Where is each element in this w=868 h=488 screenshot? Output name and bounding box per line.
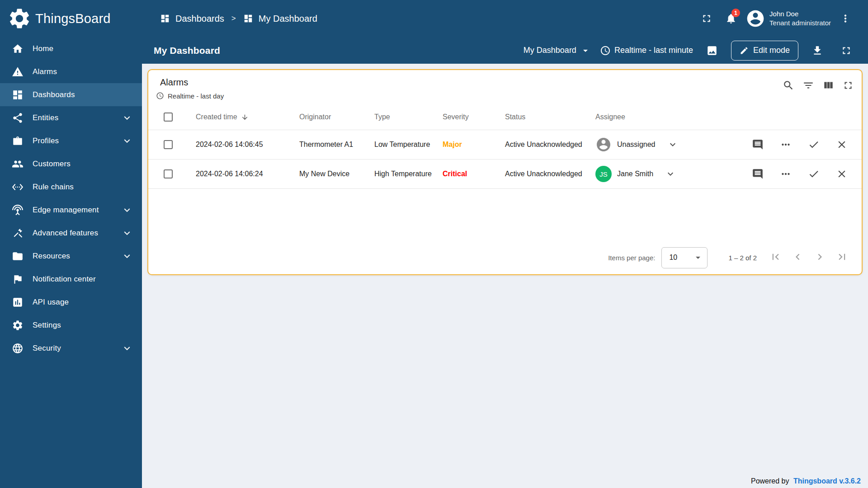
cell-type: Low Temperature xyxy=(374,141,443,149)
entities-icon xyxy=(12,112,24,124)
page-size-value: 10 xyxy=(669,253,677,262)
sidebar-item-alarms[interactable]: Alarms xyxy=(0,60,142,83)
chevron-down-icon xyxy=(121,227,133,239)
column-header-originator[interactable]: Originator xyxy=(299,113,374,121)
chevron-down-icon[interactable] xyxy=(665,169,676,179)
dashboard-toolbar: My Dashboard My Dashboard Realtime - las… xyxy=(142,37,868,64)
sidebar-item-dashboards[interactable]: Dashboards xyxy=(0,83,142,106)
columns-icon xyxy=(822,80,834,91)
check-icon xyxy=(808,168,820,180)
dashboard-select-value: My Dashboard xyxy=(524,46,576,55)
alarm-clear-button[interactable] xyxy=(836,139,848,150)
download-button[interactable] xyxy=(807,41,827,61)
breadcrumb-separator: > xyxy=(231,14,236,23)
kebab-menu-icon xyxy=(840,13,851,24)
alarms-widget: Alarms Realtime - last day xyxy=(147,69,863,275)
alarms-search-button[interactable] xyxy=(782,79,795,92)
sidebar-item-notification-center[interactable]: Notification center xyxy=(0,267,142,291)
column-header-severity[interactable]: Severity xyxy=(443,113,505,121)
sidebar-item-resources[interactable]: Resources xyxy=(0,244,142,267)
next-page-button[interactable] xyxy=(814,251,826,264)
row-checkbox[interactable] xyxy=(164,140,173,149)
advanced-icon xyxy=(12,227,24,239)
alarms-filter-button[interactable] xyxy=(802,79,815,92)
last-page-button[interactable] xyxy=(836,251,848,264)
comment-icon xyxy=(752,168,764,180)
api-icon xyxy=(12,296,24,308)
version-link[interactable]: Thingsboard v.3.6.2 xyxy=(793,477,861,485)
sidebar-item-security[interactable]: Security xyxy=(0,337,142,360)
sidebar-item-entities[interactable]: Entities xyxy=(0,106,142,129)
assignee-avatar: JS xyxy=(595,166,612,182)
row-actions xyxy=(752,168,863,180)
notifications-button[interactable]: 1 xyxy=(721,9,741,28)
dashboard-fullscreen-button[interactable] xyxy=(836,41,856,61)
chevron-down-icon xyxy=(121,250,133,262)
row-checkbox[interactable] xyxy=(164,169,173,178)
logo-text: ThingsBoard xyxy=(35,11,111,26)
thingsboard-logo[interactable]: ThingsBoard xyxy=(0,0,142,37)
chevron-down-icon xyxy=(121,112,133,124)
column-header-created-time[interactable]: Created time xyxy=(196,113,299,121)
previous-page-button[interactable] xyxy=(792,251,804,264)
sidebar-item-label: Profiles xyxy=(33,136,112,145)
chevron-down-icon xyxy=(580,45,591,56)
sidebar-item-settings[interactable]: Settings xyxy=(0,314,142,337)
cell-assignee[interactable]: JS Jane Smith xyxy=(595,166,752,182)
sidebar-item-edge-management[interactable]: Edge management xyxy=(0,198,142,221)
dashboard-image-button[interactable] xyxy=(702,41,722,61)
header-more-button[interactable] xyxy=(835,9,855,28)
select-all-checkbox[interactable] xyxy=(164,113,173,122)
alarm-acknowledge-button[interactable] xyxy=(808,168,820,180)
image-icon xyxy=(706,45,718,56)
fullscreen-button[interactable] xyxy=(697,9,717,28)
alarms-widget-titles: Alarms Realtime - last day xyxy=(160,77,224,100)
security-icon xyxy=(12,343,24,354)
row-actions xyxy=(752,139,863,150)
user-menu[interactable]: John Doe Tenant administrator xyxy=(745,9,831,28)
table-row: 2024-02-06 14:06:45 Thermometer A1 Low T… xyxy=(148,130,862,160)
widget-subtitle[interactable]: Realtime - last day xyxy=(156,92,224,100)
alarm-more-button[interactable] xyxy=(780,139,792,150)
cell-originator: My New Device xyxy=(299,170,374,178)
check-icon xyxy=(808,139,820,150)
sidebar-item-customers[interactable]: Customers xyxy=(0,152,142,175)
cell-status: Active Unacknowledged xyxy=(505,170,595,178)
dashboard-select[interactable]: My Dashboard xyxy=(524,45,591,56)
timewindow-button[interactable]: Realtime - last minute xyxy=(600,45,693,56)
notification-badge: 1 xyxy=(731,9,740,17)
alarms-columns-button[interactable] xyxy=(822,79,835,92)
sidebar-item-label: Security xyxy=(33,344,112,353)
close-icon xyxy=(836,139,848,150)
alarms-fullscreen-button[interactable] xyxy=(842,79,854,92)
column-header-type[interactable]: Type xyxy=(374,113,443,121)
sidebar-item-profiles[interactable]: Profiles xyxy=(0,129,142,152)
alarm-activity-button[interactable] xyxy=(752,168,764,180)
sidebar-item-api-usage[interactable]: API usage xyxy=(0,291,142,314)
cell-created-time: 2024-02-06 14:06:45 xyxy=(196,141,299,149)
sidebar-item-home[interactable]: Home xyxy=(0,37,142,60)
breadcrumb-my-dashboard[interactable]: My Dashboard xyxy=(243,14,317,24)
column-header-assignee[interactable]: Assignee xyxy=(595,113,752,121)
edge-icon xyxy=(12,204,24,216)
sidebar-item-rule-chains[interactable]: Rule chains xyxy=(0,175,142,198)
dashboard-title: My Dashboard xyxy=(154,45,220,56)
comment-icon xyxy=(752,139,764,150)
alarm-acknowledge-button[interactable] xyxy=(808,139,820,150)
thingsboard-logo-icon xyxy=(7,6,32,31)
alarm-more-button[interactable] xyxy=(780,168,792,180)
alarms-widget-actions xyxy=(782,77,854,92)
cell-assignee[interactable]: Unassigned xyxy=(595,136,752,153)
first-page-button[interactable] xyxy=(769,251,782,264)
sidebar-item-advanced-features[interactable]: Advanced features xyxy=(0,221,142,244)
column-header-status[interactable]: Status xyxy=(505,113,595,121)
alarm-clear-button[interactable] xyxy=(836,168,848,180)
user-avatar-icon xyxy=(745,9,765,28)
page-size-select[interactable]: 10 xyxy=(661,247,708,268)
warning-icon xyxy=(12,66,24,78)
chevron-down-icon[interactable] xyxy=(667,139,678,150)
alarm-activity-button[interactable] xyxy=(752,139,764,150)
breadcrumb-dashboards[interactable]: Dashboards xyxy=(160,14,224,24)
edit-mode-button[interactable]: Edit mode xyxy=(731,41,798,61)
sidebar-item-label: API usage xyxy=(33,298,112,307)
